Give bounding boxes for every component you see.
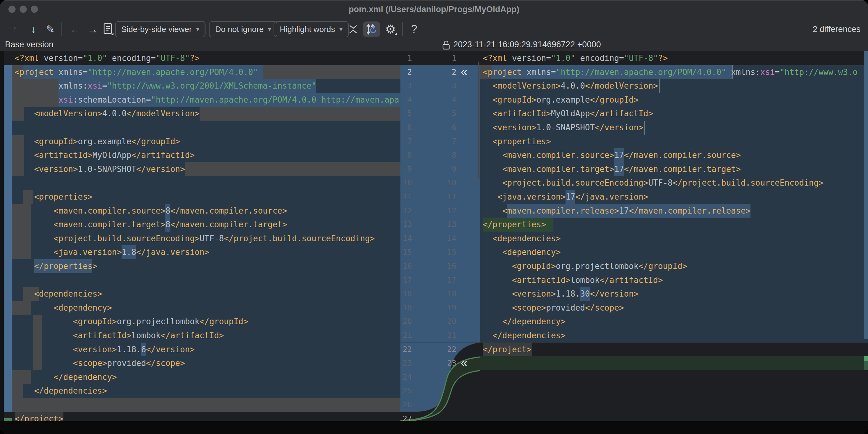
- base-version-label: Base version: [5, 40, 54, 50]
- code-line: <artifactId>MyOldApp</artifactId>: [0, 148, 400, 162]
- code-line: <maven.compiler.source>8</maven.compiler…: [0, 204, 400, 218]
- line-number: 2: [400, 65, 412, 79]
- code-line: <artifactId>MyOldApp</artifactId>: [480, 106, 868, 121]
- diff-highlight: [12, 176, 400, 190]
- code-text: <dependency>: [483, 245, 561, 259]
- line-number: 12: [428, 204, 456, 218]
- back-button[interactable]: ←: [69, 21, 82, 37]
- code-line: [0, 273, 400, 287]
- code-line: <?xml version="1.0" encoding="UTF-8"?>: [0, 51, 400, 65]
- code-text: <scope>provided</scope>: [14, 356, 185, 370]
- toolbar-separator: [205, 22, 205, 36]
- apply-change-chevron[interactable]: «: [461, 356, 467, 370]
- code-line: <dependency>: [0, 301, 400, 315]
- code-line: xsi:schemaLocation="http://maven.apache.…: [0, 93, 400, 107]
- next-difference-button[interactable]: ↓: [27, 21, 40, 37]
- code-text: </dependency>: [483, 315, 565, 329]
- help-icon[interactable]: ?: [408, 21, 420, 37]
- code-text: <artifactId>MyOldApp</artifactId>: [14, 148, 195, 162]
- gear-icon[interactable]: ⚙: [384, 21, 397, 37]
- code-text: <java.version>1.8</java.version>: [14, 245, 209, 259]
- code-text: <java.version>17</java.version>: [483, 190, 648, 204]
- diff-highlight: [199, 106, 400, 121]
- diff-highlight: [644, 121, 645, 135]
- code-text: <version>1.18.6</version>: [14, 343, 195, 356]
- line-number: 25: [400, 384, 412, 398]
- code-line: <maven.compiler.target>8</maven.compiler…: [0, 218, 400, 231]
- line-number: 10: [400, 176, 412, 190]
- code-text: </dependencies>: [14, 384, 107, 398]
- code-text: <groupId>org.example</groupId>: [14, 135, 180, 149]
- code-line: <dependencies>: [480, 231, 868, 246]
- collapse-unchanged-icon[interactable]: [346, 21, 360, 37]
- viewer-mode-dropdown[interactable]: Side-by-side viewer▾: [115, 21, 206, 37]
- code-text: <maven.compiler.target>17</maven.compile…: [483, 162, 741, 176]
- code-line: <modelVersion>4.0.0</modelVersion>: [0, 106, 400, 121]
- code-text: <version>1.0-SNAPSHOT</version>: [14, 162, 185, 176]
- diff-highlight: [12, 121, 400, 135]
- line-number: 17: [400, 273, 412, 287]
- left-change-stripe-gutter: [0, 51, 4, 421]
- line-number: 15: [400, 245, 412, 259]
- code-line: </dependency>: [480, 315, 868, 329]
- code-text: <modelVersion>4.0.0</modelVersion>: [14, 106, 199, 121]
- code-text: <dependencies>: [14, 287, 102, 301]
- code-text: <version>1.0-SNAPSHOT</version>: [483, 121, 644, 135]
- jump-to-source-icon[interactable]: [101, 21, 115, 37]
- code-line: <version>1.18.6</version>: [0, 343, 400, 356]
- line-number: 9: [400, 162, 412, 176]
- code-line: <properties>: [480, 135, 868, 149]
- whitespace-policy-dropdown[interactable]: Do not ignore▾: [209, 21, 277, 37]
- line-number: 9: [428, 162, 456, 176]
- line-number: 20: [428, 315, 456, 329]
- code-text: </project>: [14, 412, 63, 421]
- line-number: 6: [400, 121, 412, 135]
- highlighting-mode-dropdown[interactable]: Highlight words▾: [274, 21, 349, 37]
- code-line: </dependencies>: [480, 329, 868, 343]
- code-line: <properties>: [0, 190, 400, 204]
- code-line: <dependencies>: [0, 287, 400, 301]
- chevron-down-icon: ▾: [196, 26, 199, 33]
- line-number: 13: [428, 218, 456, 231]
- line-number: 5: [428, 106, 456, 121]
- edit-pencil-icon[interactable]: ✎: [44, 21, 57, 37]
- toolbar-separator: [402, 22, 403, 36]
- line-number: 27: [400, 412, 412, 421]
- apply-change-chevron[interactable]: «: [461, 65, 467, 79]
- code-line: <groupId>org.projectlombok</groupId>: [0, 315, 400, 329]
- code-text: </project>: [483, 343, 532, 356]
- code-line: <project.build.sourceEncoding>UTF-8</pro…: [480, 176, 868, 190]
- line-number: 13: [400, 218, 412, 231]
- code-line: <artifactId>lombok</artifactId>: [480, 273, 868, 287]
- sync-scroll-toggle[interactable]: [363, 22, 380, 37]
- line-number: 7: [400, 135, 412, 149]
- code-text: <maven.compiler.source>8</maven.compiler…: [14, 204, 287, 218]
- line-number: 14: [428, 231, 456, 246]
- code-line: <version>1.0-SNAPSHOT</version>: [480, 121, 868, 135]
- line-number: 4: [428, 93, 456, 107]
- right-editor[interactable]: <?xml version="1.0" encoding="UTF-8"?><p…: [480, 51, 868, 421]
- line-number: 26: [400, 398, 412, 412]
- changed-lines-stripe: [4, 65, 12, 412]
- timestamp: 2023-11-21 16:09:29.914696722 +0000: [453, 40, 601, 50]
- left-editor[interactable]: <?xml version="1.0" encoding="UTF-8"?><p…: [0, 51, 400, 421]
- line-number: 6: [428, 121, 456, 135]
- line-number: 20: [400, 315, 412, 329]
- right-scrollbar-thumb[interactable]: [864, 51, 868, 339]
- line-number: 16: [428, 259, 456, 273]
- line-number: 18: [400, 287, 412, 301]
- code-line: <project xmlns="http://maven.apache.org/…: [480, 65, 868, 79]
- code-text: <project.build.sourceEncoding>UTF-8</pro…: [14, 231, 375, 246]
- code-text: <project.build.sourceEncoding>UTF-8</pro…: [483, 176, 824, 190]
- code-line: <?xml version="1.0" encoding="UTF-8"?>: [480, 51, 868, 65]
- code-text: <groupId>org.projectlombok</groupId>: [483, 259, 687, 273]
- line-number: 1: [428, 51, 456, 65]
- forward-button[interactable]: →: [86, 21, 99, 37]
- diff-gutter: 1234567891011121314151617181920212223242…: [400, 51, 480, 421]
- line-number: 23: [400, 356, 412, 370]
- chevron-down-icon: ▾: [268, 26, 271, 33]
- diff-highlight: [480, 356, 868, 370]
- code-line: <modelVersion>4.0.0</modelVersion>: [480, 79, 868, 93]
- scrollbar-green-mark: [864, 356, 868, 361]
- previous-difference-button[interactable]: ↑: [9, 21, 21, 37]
